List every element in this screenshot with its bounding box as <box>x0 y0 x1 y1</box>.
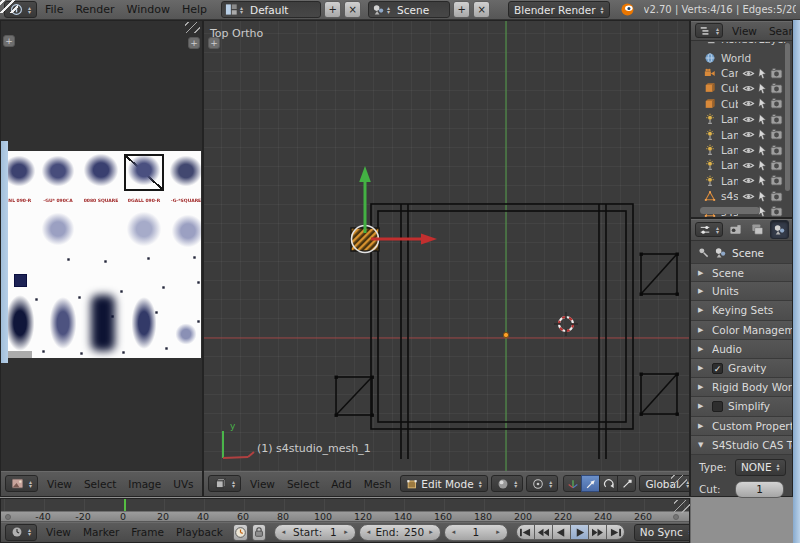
menu-item-view[interactable]: View <box>726 25 763 37</box>
area-corner-grip[interactable] <box>185 22 200 33</box>
menu-item-render[interactable]: Render <box>69 3 120 16</box>
selectability-cursor-icon[interactable] <box>756 144 769 157</box>
menu-item-playback[interactable]: Playback <box>170 526 229 538</box>
menu-item-help[interactable]: Help <box>176 3 213 16</box>
renderability-camera-icon[interactable] <box>770 144 783 157</box>
current-frame-indicator[interactable] <box>124 499 126 511</box>
current-frame-field[interactable]: ◂ 1 ▸ <box>444 524 508 541</box>
translate-manipulator-button[interactable] <box>581 475 600 492</box>
scale-manipulator-button[interactable] <box>617 475 636 492</box>
checkbox-unchecked[interactable] <box>712 401 723 412</box>
panel-section-gravity[interactable]: ▶✓Gravity <box>691 359 792 378</box>
add-scene-button[interactable]: + <box>453 1 470 18</box>
visibility-eye-icon[interactable] <box>742 190 755 203</box>
panel-section-keying-sets[interactable]: ▶Keying Sets <box>691 301 792 320</box>
selectability-cursor-icon[interactable] <box>756 97 769 110</box>
selectability-cursor-icon[interactable] <box>756 67 769 80</box>
end-frame-field[interactable]: ◂ End: 250 ▸ <box>359 524 441 541</box>
start-frame-field[interactable]: ◂ Start: 1 ▸ <box>274 524 356 541</box>
close-scene-button[interactable]: × <box>473 1 490 18</box>
menu-item-search[interactable]: Search <box>763 25 792 37</box>
menu-item-select[interactable]: Select <box>281 478 325 490</box>
tab-render-layers[interactable] <box>748 220 767 239</box>
manipulator-axes-icon[interactable] <box>563 475 582 492</box>
3d-viewport-canvas[interactable]: Top Ortho y (1) s4studio_mesh_1 + <box>204 21 689 471</box>
properties-editor-type-button[interactable]: ▴▾ <box>695 222 723 237</box>
vertical-scrollbar[interactable] <box>785 43 790 191</box>
menu-item-frame[interactable]: Frame <box>125 526 170 538</box>
outliner-item-lamp-00[interactable]: Lamp.00- <box>691 173 792 188</box>
close-layout-button[interactable]: × <box>344 1 361 18</box>
viewport-shading-selector[interactable]: ▴▾ <box>491 475 523 492</box>
renderability-camera-icon[interactable] <box>770 113 783 126</box>
renderability-camera-icon[interactable] <box>770 67 783 80</box>
panel-section-simplify[interactable]: ▶Simplify <box>691 397 792 416</box>
menu-item-select[interactable]: Select <box>78 478 122 490</box>
play-reverse-button[interactable] <box>552 524 571 540</box>
panel-section-scene[interactable]: ▶Scene <box>691 263 792 282</box>
increment-arrow-icon[interactable]: ▸ <box>344 528 348 536</box>
expand-region-button[interactable]: + <box>208 37 220 49</box>
visibility-eye-icon[interactable] <box>742 97 755 110</box>
panel-section-s4studio-cas-tools[interactable]: ▼S4Studio CAS Tools <box>691 436 792 455</box>
v3d-editor-type-button[interactable]: ▴▾ <box>208 475 241 492</box>
screen-layout-name[interactable]: Default <box>243 4 317 16</box>
selectability-cursor-icon[interactable] <box>756 190 769 203</box>
visibility-eye-icon[interactable] <box>742 128 755 141</box>
menu-item-marker[interactable]: Marker <box>77 526 125 538</box>
menu-item-view[interactable]: View <box>40 526 77 538</box>
panel-section-units[interactable]: ▶Units <box>691 282 792 301</box>
visibility-eye-icon[interactable] <box>742 82 755 95</box>
timeline-track[interactable] <box>1 499 689 511</box>
panel-section-color-management[interactable]: ▶Color Management <box>691 321 792 340</box>
outliner-item-cube[interactable]: Cube <box>691 81 792 96</box>
rotate-manipulator-button[interactable] <box>599 475 618 492</box>
renderability-camera-icon[interactable] <box>770 97 783 110</box>
menu-item-image[interactable]: Image <box>122 478 167 490</box>
renderability-camera-icon[interactable] <box>770 82 783 95</box>
mode-selector[interactable]: Edit Mode ▴▾ <box>400 475 488 492</box>
outliner-item-lamp-00[interactable]: Lamp.00 <box>691 158 792 173</box>
visibility-eye-icon[interactable] <box>742 113 755 126</box>
tab-render[interactable] <box>726 220 745 239</box>
outliner-editor-type-button[interactable]: ▴▾ <box>695 23 723 38</box>
menu-item-file[interactable]: File <box>39 3 69 16</box>
jump-to-start-button[interactable] <box>516 524 535 540</box>
outliner-item-s4studio_[interactable]: s4studio_ <box>691 189 792 204</box>
panel-section-rigid-body-world[interactable]: ▶Rigid Body World <box>691 378 792 397</box>
scene-selector[interactable]: ▴▾ Scene <box>368 1 450 18</box>
outliner-item-lamp-00[interactable]: Lamp.00 <box>691 142 792 157</box>
expand-region-button[interactable]: + <box>3 35 15 47</box>
selectability-cursor-icon[interactable] <box>756 128 769 141</box>
outliner-item-camera[interactable]: Camera <box>691 65 792 80</box>
window-resize-grip[interactable] <box>0 0 18 13</box>
increment-arrow-icon[interactable]: ▸ <box>429 528 433 536</box>
pivot-point-selector[interactable]: ▴▾ <box>526 475 558 492</box>
cut-field[interactable]: 1 <box>735 481 784 498</box>
tab-scene[interactable] <box>770 220 789 239</box>
previous-keyframe-button[interactable] <box>534 524 553 540</box>
panel-section-audio[interactable]: ▶Audio <box>691 340 792 359</box>
outliner-item-renderlayers[interactable]: RenderLayers <box>691 42 792 50</box>
visibility-eye-icon[interactable] <box>742 144 755 157</box>
horizontal-scrollbar[interactable] <box>700 207 760 214</box>
uv-editor-canvas[interactable]: JNL 090-R-GU* 090CA0080 SQUARE0GALL 090-… <box>1 21 202 471</box>
visibility-eye-icon[interactable] <box>742 174 755 187</box>
lock-icon[interactable] <box>252 524 266 541</box>
checkbox-checked[interactable]: ✓ <box>712 363 723 374</box>
renderability-camera-icon[interactable] <box>770 205 783 217</box>
uv-editor-type-button[interactable]: ▴▾ <box>5 475 38 492</box>
next-keyframe-button[interactable] <box>588 524 607 540</box>
decrement-arrow-icon[interactable]: ◂ <box>367 528 371 536</box>
selectability-cursor-icon[interactable] <box>756 82 769 95</box>
menu-item-view[interactable]: View <box>41 478 78 490</box>
area-corner-grip[interactable] <box>671 475 687 488</box>
outliner-item-cube-001[interactable]: Cube.001 <box>691 96 792 111</box>
play-button[interactable] <box>570 524 589 540</box>
jump-to-end-button[interactable] <box>606 524 625 540</box>
menu-item-add[interactable]: Add <box>325 478 357 490</box>
menu-item-uvs[interactable]: UVs <box>167 478 199 490</box>
expand-region-button[interactable]: + <box>188 37 200 49</box>
selectability-cursor-icon[interactable] <box>756 113 769 126</box>
scene-name[interactable]: Scene <box>390 4 446 16</box>
